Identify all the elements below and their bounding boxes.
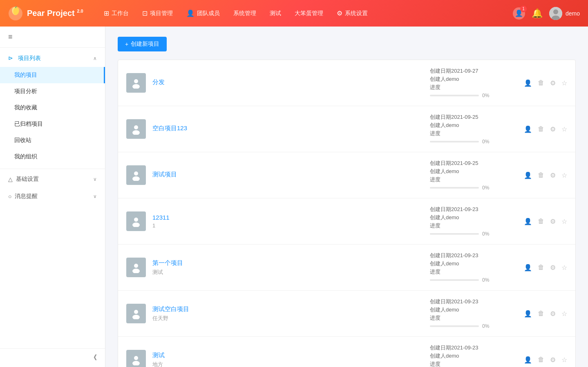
progress-bar xyxy=(430,279,479,281)
user-badge-button[interactable]: 👤 1 xyxy=(513,7,525,20)
project-name[interactable]: 空白项目123 xyxy=(152,125,430,132)
member-icon[interactable]: 👤 xyxy=(524,125,532,133)
created-line: 创建日期2021-09-25 xyxy=(430,160,512,167)
svg-point-19 xyxy=(134,356,138,360)
progress-bar xyxy=(430,141,479,142)
delete-icon[interactable]: 🗑 xyxy=(538,264,544,271)
svg-point-16 xyxy=(132,269,140,273)
svg-point-18 xyxy=(132,315,140,319)
star-icon[interactable]: ☆ xyxy=(561,310,567,318)
delete-icon[interactable]: 🗑 xyxy=(538,218,544,225)
gear-icon[interactable]: ⚙ xyxy=(550,264,556,271)
svg-point-17 xyxy=(134,310,138,314)
delete-icon[interactable]: 🗑 xyxy=(538,79,544,87)
header-right: 👤 1 🔔 demo xyxy=(513,7,580,20)
gear-icon[interactable]: ⚙ xyxy=(550,125,556,133)
sidebar-item-project-analysis[interactable]: 项目分析 xyxy=(0,83,105,100)
create-button-label: 创建新项目 xyxy=(131,40,159,48)
member-icon[interactable]: 👤 xyxy=(524,218,532,225)
sidebar-basic-settings[interactable]: △ 基础设置 ∨ xyxy=(0,171,105,188)
gear-icon[interactable]: ⚙ xyxy=(550,356,556,364)
project-list-left: ⊳ 项目列表 xyxy=(8,55,41,62)
svg-point-9 xyxy=(134,125,138,129)
member-icon[interactable]: 👤 xyxy=(524,356,532,364)
sidebar-top: ≡ xyxy=(0,27,105,48)
project-name[interactable]: 测试 xyxy=(152,351,430,359)
star-icon[interactable]: ☆ xyxy=(561,79,567,87)
table-row: 分发 创建日期2021-09-27 创建人demo 进度 0% 👤 🗑 ⚙ xyxy=(118,60,575,106)
delete-icon[interactable]: 🗑 xyxy=(538,310,544,317)
app-header: Pear Project 2.0 ⊞ 工作台 ⊡ 项目管理 👤 团队成员 系统管… xyxy=(0,0,588,27)
nav-settings[interactable]: ⚙ 系统设置 xyxy=(331,6,373,20)
user-avatar xyxy=(549,7,562,20)
star-icon[interactable]: ☆ xyxy=(561,356,567,364)
sidebar-item-recycle[interactable]: 回收站 xyxy=(0,132,105,149)
project-meta: 创建日期2021-09-23 创建人demo 进度 0% xyxy=(430,298,512,329)
delete-icon[interactable]: 🗑 xyxy=(538,356,544,363)
star-icon[interactable]: ☆ xyxy=(561,171,567,179)
nav-sys-mgmt[interactable]: 系统管理 xyxy=(228,7,262,20)
notification-bell[interactable]: 🔔 xyxy=(532,8,543,19)
progress-label-line: 进度 xyxy=(430,268,512,276)
chevron-down-basic: ∨ xyxy=(93,176,97,182)
sidebar-item-my-org[interactable]: 我的组织 xyxy=(0,149,105,165)
sidebar-item-my-projects[interactable]: 我的项目 xyxy=(0,67,105,83)
star-icon[interactable]: ☆ xyxy=(561,218,567,225)
project-name[interactable]: 第一个项目 xyxy=(152,259,430,267)
gear-icon[interactable]: ⚙ xyxy=(550,218,556,225)
project-avatar xyxy=(126,73,146,93)
avatar-person-icon xyxy=(130,308,142,319)
chevron-up-icon: ∧ xyxy=(93,56,97,61)
project-name[interactable]: 测试项目 xyxy=(152,171,430,178)
project-avatar xyxy=(126,119,146,139)
svg-point-5 xyxy=(553,9,558,14)
sidebar-item-my-favorites[interactable]: 我的收藏 xyxy=(0,100,105,116)
project-name[interactable]: 12311 xyxy=(152,214,430,221)
avatar-person-icon xyxy=(130,169,142,181)
table-row: 测试 地方 创建日期2021-09-23 创建人demo 进度 0% 👤 🗑 ⚙ xyxy=(118,337,575,367)
star-icon[interactable]: ☆ xyxy=(561,264,567,271)
project-info: 第一个项目 测试 xyxy=(152,259,430,276)
nav-team[interactable]: 👤 团队成员 xyxy=(181,6,226,20)
sidebar-item-archived[interactable]: 已归档项目 xyxy=(0,116,105,132)
user-name: demo xyxy=(566,10,580,17)
project-meta: 创建日期2021-09-23 创建人demo 进度 0% xyxy=(430,252,512,283)
chevron-down-notification: ∨ xyxy=(93,194,97,199)
hamburger-icon[interactable]: ≡ xyxy=(8,33,13,41)
progress-text: 0% xyxy=(482,231,489,237)
nav-eggmgmt[interactable]: 大笨蛋管理 xyxy=(289,7,329,20)
sidebar-notification[interactable]: ○ 消息提醒 ∨ xyxy=(0,188,105,205)
project-avatar xyxy=(126,350,146,367)
app-title: Pear Project 2.0 xyxy=(27,9,83,18)
member-icon[interactable]: 👤 xyxy=(524,310,532,318)
delete-icon[interactable]: 🗑 xyxy=(538,125,544,133)
project-name[interactable]: 分发 xyxy=(152,78,430,86)
gear-icon[interactable]: ⚙ xyxy=(550,79,556,87)
sidebar-collapse-button[interactable]: 《 xyxy=(0,348,105,367)
project-name[interactable]: 测试空白项目 xyxy=(152,305,430,313)
star-icon[interactable]: ☆ xyxy=(561,125,567,133)
nav-project-mgmt[interactable]: ⊡ 项目管理 xyxy=(136,6,179,20)
project-desc: 测试 xyxy=(152,269,430,276)
creator-line: 创建人demo xyxy=(430,306,512,314)
nav-workbench[interactable]: ⊞ 工作台 xyxy=(98,6,134,20)
member-icon[interactable]: 👤 xyxy=(524,79,532,87)
create-project-button[interactable]: + 创建新项目 xyxy=(118,37,167,51)
main-content: + 创建新项目 分发 创建日期2021-09-27 创建人demo 进度 xyxy=(105,27,588,367)
gear-icon[interactable]: ⚙ xyxy=(550,171,556,179)
delete-icon[interactable]: 🗑 xyxy=(538,171,544,179)
sidebar-group-project-list[interactable]: ⊳ 项目列表 ∧ xyxy=(0,50,105,67)
svg-point-14 xyxy=(132,222,140,227)
plus-icon: + xyxy=(125,41,128,47)
table-row: 空白项目123 创建日期2021-09-25 创建人demo 进度 0% 👤 🗑… xyxy=(118,106,575,152)
notification-left: ○ 消息提醒 xyxy=(8,193,38,200)
avatar-person-icon xyxy=(130,354,142,365)
svg-point-10 xyxy=(132,130,140,135)
member-icon[interactable]: 👤 xyxy=(524,171,532,179)
gear-icon[interactable]: ⚙ xyxy=(550,310,556,318)
user-avatar-area[interactable]: demo xyxy=(549,7,580,20)
nav-test[interactable]: 测试 xyxy=(264,7,287,20)
progress-label-line: 进度 xyxy=(430,176,512,183)
member-icon[interactable]: 👤 xyxy=(524,264,532,271)
progress-label-line: 进度 xyxy=(430,360,512,367)
